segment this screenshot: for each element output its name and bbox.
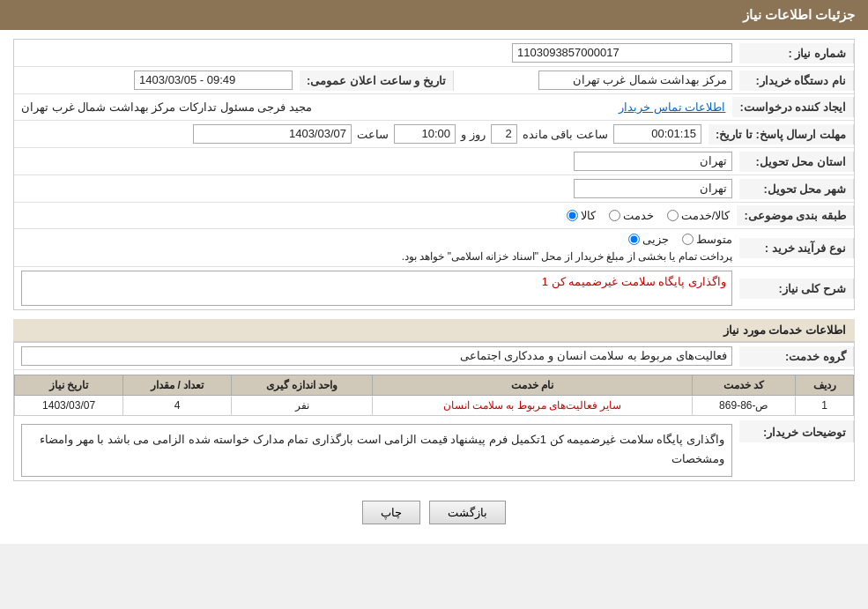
category-khedmat-label: خدمت [623, 209, 654, 222]
purchase-type-radios: متوسط جزیی [21, 233, 732, 246]
buyer-org-label: نام دستگاه خریدار: [739, 71, 854, 91]
city-row: شهر محل تحویل: تهران [14, 175, 854, 203]
deadline-inline: 00:01:15 ساعت باقی مانده 2 روز و 10:00 س… [21, 124, 701, 144]
province-row: استان محل تحویل: تهران [14, 148, 854, 175]
need-description-text: واگذاری پایگاه سلامت غیرضمیمه کن 1 [542, 275, 726, 288]
buyer-notes-text: واگذاری پایگاه سلامت غیرضمیمه کن 1تکمیل … [40, 433, 724, 465]
category-row: طبقه بندی موضوعی: کالا/خدمت خدمت کالا [14, 203, 854, 229]
buyer-org-value: مرکز بهداشت شمال غرب تهران [454, 67, 739, 93]
province-field: تهران [574, 152, 732, 171]
province-label: استان محل تحویل: [739, 152, 854, 172]
col-code: کد خدمت [693, 375, 796, 396]
page-wrapper: جزئیات اطلاعات نیاز شماره نیاز : 1103093… [0, 0, 868, 544]
need-description-label: شرح کلی نیاز: [739, 279, 854, 299]
purchase-note: پرداخت تمام یا بخشی از مبلغ خریدار از مح… [21, 249, 732, 263]
purchase-mottaset-label: متوسط [696, 233, 732, 246]
category-khedmat: خدمت [609, 209, 654, 222]
purchase-mottaset: متوسط [682, 233, 732, 246]
purchase-type-group: متوسط جزیی پرداخت تمام یا بخشی از مبلغ خ… [21, 233, 732, 263]
category-khedmat-radio[interactable] [609, 210, 620, 221]
cell-unit: نفر [232, 396, 373, 416]
city-label: شهر محل تحویل: [739, 179, 854, 199]
buyer-org-field: مرکز بهداشت شمال غرب تهران [538, 71, 732, 90]
deadline-label: مهلت ارسال پاسخ: تا تاریخ: [708, 124, 854, 145]
creator-row: ایجاد کننده درخواست: اطلاعات تماس خریدار… [14, 94, 854, 121]
deadline-time-label: ساعت [357, 128, 389, 141]
purchase-jozei-label: جزیی [642, 233, 669, 246]
cell-code: ص-86-869 [693, 396, 796, 416]
deadline-date-field: 1403/03/07 [193, 124, 352, 144]
col-unit: واحد اندازه گیری [232, 375, 373, 396]
buyer-notes-field: واگذاری پایگاه سلامت غیرضمیمه کن 1تکمیل … [21, 424, 732, 477]
table-header-row: ردیف کد خدمت نام خدمت واحد اندازه گیری ت… [15, 375, 854, 396]
category-label: طبقه بندی موضوعی: [737, 205, 854, 226]
services-table-section: ردیف کد خدمت نام خدمت واحد اندازه گیری ت… [14, 375, 854, 416]
date-announce-label: تاریخ و ساعت اعلان عمومی: [300, 71, 454, 91]
need-number-row: شماره نیاز : 1103093857000017 [14, 40, 854, 67]
deadline-time-field: 10:00 [394, 124, 456, 144]
deadline-remaining-label: ساعت باقی مانده [523, 128, 608, 141]
purchase-mottaset-radio[interactable] [682, 234, 694, 245]
back-button[interactable]: بازگشت [429, 501, 506, 524]
service-group-field: فعالیت‌های مربوط به سلامت انسان و مددکار… [21, 346, 732, 366]
services-section-title: اطلاعات خدمات مورد نیاز [13, 319, 855, 342]
content-area: شماره نیاز : 1103093857000017 نام دستگاه… [0, 30, 868, 544]
contact-link[interactable]: اطلاعات تماس خریدار [619, 100, 725, 114]
purchase-jozei: جزیی [628, 233, 669, 246]
city-value: تهران [14, 175, 739, 202]
creator-label: ایجاد کننده درخواست: [732, 97, 854, 117]
col-qty: تعداد / مقدار [123, 375, 232, 396]
purchase-note-text: پرداخت تمام یا بخشی از مبلغ خریدار از مح… [402, 250, 732, 263]
purchase-type-value: متوسط جزیی پرداخت تمام یا بخشی از مبلغ خ… [14, 229, 739, 266]
buyer-notes-row: توضیحات خریدار: واگذاری پایگاه سلامت غیر… [14, 420, 854, 480]
service-group-label: گروه خدمت: [739, 346, 854, 367]
cell-row: 1 [796, 396, 854, 416]
city-field: تهران [574, 179, 732, 198]
purchase-jozei-radio[interactable] [628, 234, 640, 245]
deadline-value: 00:01:15 ساعت باقی مانده 2 روز و 10:00 س… [14, 121, 708, 147]
services-table: ردیف کد خدمت نام خدمت واحد اندازه گیری ت… [14, 375, 854, 416]
page-title: جزئیات اطلاعات نیاز [743, 7, 855, 22]
cell-qty: 4 [123, 396, 232, 416]
cell-name: سایر فعالیت‌های مربوط به سلامت انسان [372, 396, 693, 416]
page-header: جزئیات اطلاعات نیاز [0, 0, 868, 30]
category-kala-label: کالا [581, 209, 596, 222]
category-kala-radio[interactable] [567, 210, 578, 221]
need-description-value: واگذاری پایگاه سلامت غیرضمیمه کن 1 [14, 267, 739, 309]
col-row: ردیف [796, 375, 854, 396]
need-number-value: 1103093857000017 [14, 40, 739, 66]
category-kala-khedmat-label: کالا/خدمت [681, 209, 731, 222]
category-kala-khedmat-radio[interactable] [667, 210, 679, 221]
need-description-row: شرح کلی نیاز: واگذاری پایگاه سلامت غیرضم… [14, 267, 854, 309]
need-number-field: 1103093857000017 [512, 43, 732, 63]
deadline-row: مهلت ارسال پاسخ: تا تاریخ: 00:01:15 ساعت… [14, 121, 854, 148]
deadline-remaining-field: 00:01:15 [613, 124, 701, 144]
category-value: کالا/خدمت خدمت کالا [14, 205, 737, 226]
cell-date: 1403/03/07 [15, 396, 123, 416]
deadline-days-field: 2 [491, 124, 517, 144]
date-announce-value: 1403/03/05 - 09:49 [14, 67, 300, 93]
category-radio-group: کالا/خدمت خدمت کالا [21, 209, 730, 222]
buyer-date-row: نام دستگاه خریدار: مرکز بهداشت شمال غرب … [14, 67, 854, 94]
main-form: شماره نیاز : 1103093857000017 نام دستگاه… [13, 39, 855, 310]
need-description-field: واگذاری پایگاه سلامت غیرضمیمه کن 1 [21, 271, 732, 306]
province-value: تهران [14, 148, 739, 175]
purchase-type-label: نوع فرآیند خرید : [739, 238, 854, 258]
category-kala-khedmat: کالا/خدمت [667, 209, 731, 222]
buyer-notes-label: توضیحات خریدار: [739, 420, 854, 442]
services-form: گروه خدمت: فعالیت‌های مربوط به سلامت انس… [13, 342, 855, 481]
creator-value: اطلاعات تماس خریدار مجید فرجی مسئول تدار… [14, 97, 732, 117]
need-number-label: شماره نیاز : [739, 43, 854, 63]
purchase-type-row: نوع فرآیند خرید : متوسط جزیی [14, 229, 854, 267]
creator-name: مجید فرجی مسئول تدارکات مرکز بهداشت شمال… [21, 100, 312, 114]
button-row: بازگشت چاپ [13, 490, 855, 535]
col-name: نام خدمت [372, 375, 693, 396]
buyer-notes-value: واگذاری پایگاه سلامت غیرضمیمه کن 1تکمیل … [14, 420, 739, 480]
print-button[interactable]: چاپ [362, 501, 420, 524]
deadline-days-label: روز و [461, 128, 486, 141]
table-row: 1 ص-86-869 سایر فعالیت‌های مربوط به سلام… [15, 396, 854, 416]
date-announce-field: 1403/03/05 - 09:49 [134, 71, 293, 90]
service-group-value: فعالیت‌های مربوط به سلامت انسان و مددکار… [14, 343, 739, 369]
category-kala: کالا [567, 209, 596, 222]
col-date: تاریخ نیاز [15, 375, 123, 396]
